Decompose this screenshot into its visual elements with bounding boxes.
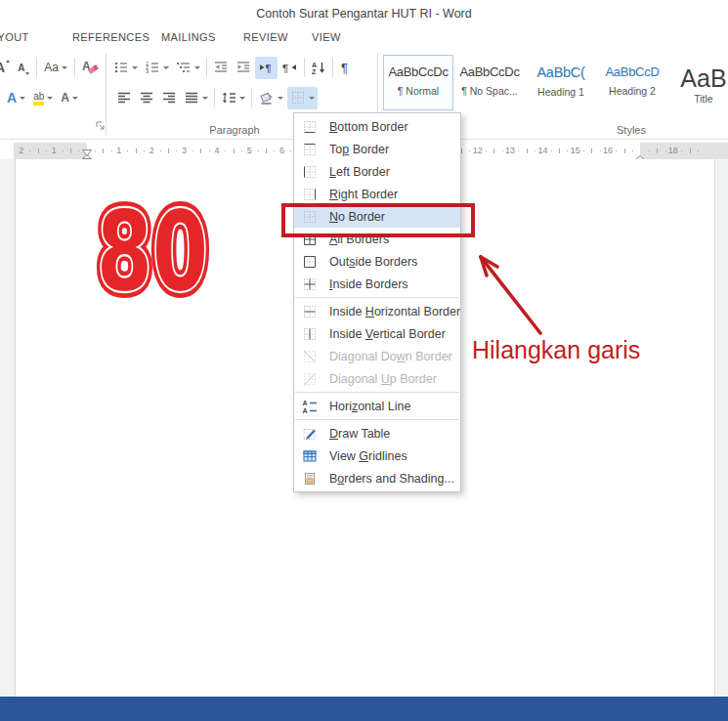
style-preview: AaBbC( (527, 64, 595, 80)
right-indent-marker[interactable] (635, 143, 645, 160)
paragraph-group-label: Paragraph (176, 124, 293, 136)
border-left-icon (302, 164, 318, 180)
menu-item-inside-vertical-border[interactable]: Inside Vertical Border (294, 322, 460, 345)
ruler-mark (690, 148, 691, 153)
border-top-icon (302, 142, 318, 157)
style-label: ¶ Normal (384, 85, 452, 97)
menu-item-label: Draw Table (329, 427, 390, 441)
style-preview: AaBbCcDc (455, 64, 524, 79)
ruler-number: 1 (52, 146, 57, 155)
ruler-mark (649, 150, 650, 151)
ruler-margin (640, 143, 728, 159)
style-card-no-spac[interactable]: AaBbCcDc¶ No Spac... (454, 55, 525, 110)
svg-text:A: A (303, 407, 308, 414)
tab-mailings[interactable]: MAILINGS (161, 26, 216, 49)
ruler-mark (70, 148, 71, 153)
style-preview: AaBbCcDc (384, 64, 452, 79)
menu-item-horizontal-line[interactable]: AAHorizontal Line (294, 395, 460, 417)
style-card-heading-2[interactable]: AaBbCcDHeading 2 (597, 55, 667, 110)
ruler-mark (136, 148, 137, 153)
tab-references[interactable]: REFERENCES (72, 26, 150, 49)
ruler-mark (95, 150, 96, 151)
border-menu: Bottom BorderTop BorderLeft BorderRight … (293, 112, 461, 492)
ruler-mark (535, 150, 535, 151)
tab-review[interactable]: REVIEW (243, 26, 288, 49)
menu-item-diagonal-up-border[interactable]: Diagonal Up Border (294, 367, 460, 390)
ruler-number: 18 (668, 146, 678, 155)
menu-item-top-border[interactable]: Top Border (294, 138, 460, 160)
ribbon-tab-bar: LAYOUTREFERENCESMAILINGSREVIEWVIEW (0, 26, 728, 49)
menu-item-left-border[interactable]: Left Border (294, 160, 460, 183)
ruler-mark (168, 148, 169, 153)
ruler-mark (225, 150, 226, 151)
ruler-mark (567, 150, 568, 151)
border-all-icon (302, 232, 318, 247)
ruler-mark (461, 148, 462, 153)
menu-item-draw-table[interactable]: Draw Table (294, 422, 460, 445)
ruler-mark (200, 148, 201, 153)
ruler-mark (38, 148, 39, 153)
tab-view[interactable]: VIEW (312, 26, 341, 49)
ruler-mark (657, 148, 658, 153)
ruler-mark (127, 150, 128, 151)
ruler-number: 16 (603, 146, 613, 155)
annotation-text: Hilangkan garis (472, 336, 640, 364)
ruler-mark (502, 150, 503, 151)
menu-item-label: Bottom Border (329, 120, 408, 134)
menu-item-label: View Gridlines (329, 449, 407, 463)
ruler-number: 15 (571, 146, 580, 155)
horizontal-line-icon: AA (302, 399, 318, 414)
font-dialog-launcher[interactable] (95, 120, 106, 131)
ruler-mark (681, 150, 682, 151)
menu-item-label: All Borders (329, 233, 389, 246)
ruler-mark (469, 150, 470, 151)
menu-item-inside-borders[interactable]: Inside Borders (294, 273, 460, 295)
menu-item-label: Top Border (329, 143, 389, 156)
ruler-mark (63, 150, 64, 151)
ruler-number: 2 (150, 146, 154, 155)
menu-item-label: Inside Borders (329, 277, 408, 291)
status-bar (0, 697, 728, 721)
menu-item-inside-horizontal-border[interactable]: Inside Horizontal Border (294, 300, 460, 322)
style-card-normal[interactable]: AaBbCcDc¶ Normal (383, 55, 453, 110)
menu-item-no-border[interactable]: No Border (294, 205, 460, 228)
style-preview: AaBbCcD (598, 64, 666, 79)
ruler-mark (583, 150, 584, 151)
ruler-mark (193, 150, 193, 151)
left-indent-marker[interactable] (82, 143, 92, 160)
ruler-mark (632, 150, 633, 151)
border-diag-up-icon (302, 371, 318, 387)
menu-item-label: Diagonal Down Border (329, 350, 452, 363)
window-title: Contoh Surat Pengantar HUT RI - Word (256, 7, 471, 21)
style-card-title[interactable]: AaBTitle (668, 55, 728, 110)
menu-item-bottom-border[interactable]: Bottom Border (294, 115, 460, 138)
menu-item-label: Outside Borders (329, 255, 417, 269)
border-outside-icon (302, 254, 318, 270)
ruler-mark (624, 148, 625, 153)
styles-group-label: Styles (573, 124, 690, 136)
styles-gallery: AaBbCcDc¶ NormalAaBbCcDc¶ No Spac...AaBb… (0, 50, 728, 118)
style-card-heading-1[interactable]: AaBbC(Heading 1 (526, 55, 596, 110)
menu-item-right-border[interactable]: Right Border (294, 183, 460, 205)
ruler-mark (160, 150, 161, 151)
border-inside-icon (302, 276, 318, 292)
ruler-mark (29, 150, 30, 151)
ruler-number: 13 (505, 146, 515, 155)
ruler-mark (258, 150, 259, 151)
menu-item-borders-and-shading[interactable]: Borders and Shading... (294, 467, 460, 489)
menu-item-all-borders[interactable]: All Borders (294, 228, 460, 250)
menu-item-view-gridlines[interactable]: View Gridlines (294, 445, 460, 467)
tab-layout[interactable]: LAYOUT (0, 26, 29, 49)
menu-item-outside-borders[interactable]: Outside Borders (294, 250, 460, 273)
menu-item-label: Diagonal Up Border (329, 372, 437, 386)
ruler-number: 1 (116, 146, 121, 155)
ruler-mark (78, 150, 79, 151)
menu-item-label: Right Border (329, 188, 398, 201)
menu-item-diagonal-down-border[interactable]: Diagonal Down Border (294, 345, 460, 367)
ruler-number: 6 (279, 146, 284, 155)
border-right-icon (302, 187, 318, 202)
border-none-icon (302, 209, 318, 225)
ruler-mark (274, 150, 275, 151)
style-label: Title (669, 93, 728, 105)
border-diag-down-icon (302, 349, 318, 364)
